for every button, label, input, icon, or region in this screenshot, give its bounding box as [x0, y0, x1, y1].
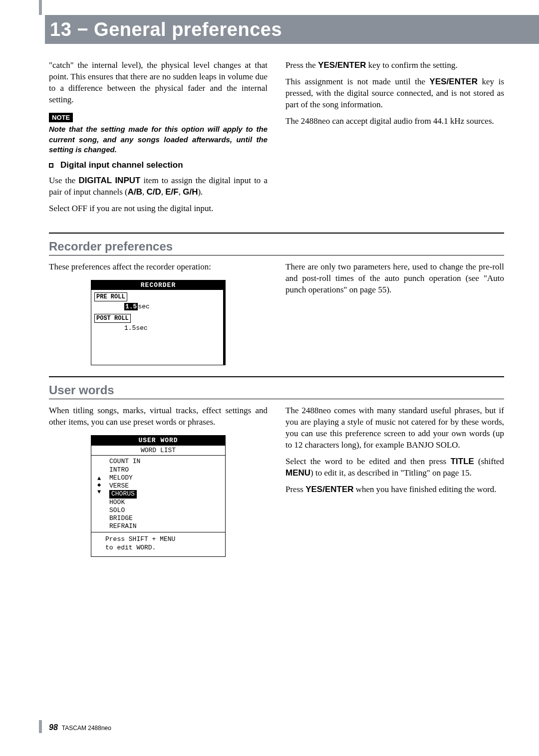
chapter-title: 13 − General preferences	[50, 19, 282, 40]
lcd-list-item: INTRO	[109, 466, 225, 474]
lcd-list-item: COUNT IN	[109, 458, 225, 466]
recorder-left-p1: These preferences affect the recorder op…	[49, 261, 268, 273]
lcd-list-item: MELODY	[109, 474, 225, 482]
lcd-list-item: SOLO	[109, 506, 225, 514]
userwords-right-p3: Press YES/ENTER when you have finished e…	[285, 484, 504, 496]
intro-block: "catch" the internal level), the physica…	[49, 60, 504, 220]
intro-right-p1: Press the YES/ENTER key to confirm the s…	[285, 60, 504, 71]
lcd-userword-list: ▲◆▼ COUNT ININTROMELODYVERSECHORUSHOOKSO…	[91, 455, 225, 531]
lcd-userword-hint: Press SHIFT + MENU to edit WORD.	[91, 532, 225, 556]
page-footer: 98 TASCAM 2488neo	[49, 723, 111, 732]
lcd-list-item: HOOK	[109, 499, 225, 506]
lcd-recorder: RECORDER PRE ROLL 1.5sec POST ROLL 1.5se…	[91, 280, 226, 366]
lcd-pre-roll-label: PRE ROLL	[94, 292, 127, 301]
section-rule	[49, 233, 504, 234]
intro-right-p3: The 2488neo can accept digital audio fro…	[285, 116, 504, 127]
section-head-recorder: Recorder preferences	[49, 238, 504, 255]
recorder-block: These preferences affect the recorder op…	[49, 261, 504, 365]
lcd-post-roll-label: POST ROLL	[94, 314, 131, 323]
lcd-userword-sub: WORD LIST	[91, 446, 225, 456]
lcd-userword: USER WORD WORD LIST ▲◆▼ COUNT ININTROMEL…	[91, 435, 226, 556]
recorder-right-p1: There are only two parameters here, used…	[285, 261, 504, 296]
lcd-list-item: BRIDGE	[109, 514, 225, 522]
section-head-userwords: User words	[49, 381, 504, 399]
footer-left-accent	[39, 720, 42, 733]
lcd-list-item: REFRAIN	[109, 522, 225, 530]
bullet-icon	[49, 163, 53, 168]
note-badge: NOTE	[49, 113, 73, 123]
lcd-recorder-title: RECORDER	[91, 280, 225, 290]
scroll-arrows-icon: ▲◆▼	[97, 476, 101, 496]
intro-right-p2: This assignment is not made until the YE…	[285, 76, 504, 111]
subhead-label: Digital input channel selection	[60, 160, 183, 171]
chapter-header-band: 13 − General preferences	[45, 15, 539, 44]
lcd-userword-title: USER WORD	[91, 436, 225, 446]
page-number: 98	[49, 723, 58, 732]
subhead-digital-input: Digital input channel selection	[49, 160, 268, 171]
lcd-pre-roll-value: 1.5sec	[94, 302, 220, 311]
section-rule	[49, 376, 504, 377]
note-text: Note that the setting made for this opti…	[49, 124, 268, 155]
header-left-accent	[39, 0, 42, 15]
intro-left-p3: Select OFF if you are not using the digi…	[49, 203, 268, 215]
product-name: TASCAM 2488neo	[62, 725, 111, 732]
userwords-block: When titling songs, marks, virtual track…	[49, 405, 504, 556]
intro-left-p1: "catch" the internal level), the physica…	[49, 60, 268, 106]
userwords-right-p2: Select the word to be edited and then pr…	[285, 456, 504, 479]
userwords-right-p1: The 2488neo comes with many standard use…	[285, 405, 504, 451]
lcd-list-item: VERSE	[109, 482, 225, 490]
userwords-left-p1: When titling songs, marks, virtual track…	[49, 405, 268, 428]
lcd-post-roll-value: 1.5sec	[94, 324, 220, 333]
intro-left-p2: Use the DIGITAL INPUT item to assign the…	[49, 175, 268, 198]
lcd-list-item: CHORUS	[109, 490, 225, 498]
